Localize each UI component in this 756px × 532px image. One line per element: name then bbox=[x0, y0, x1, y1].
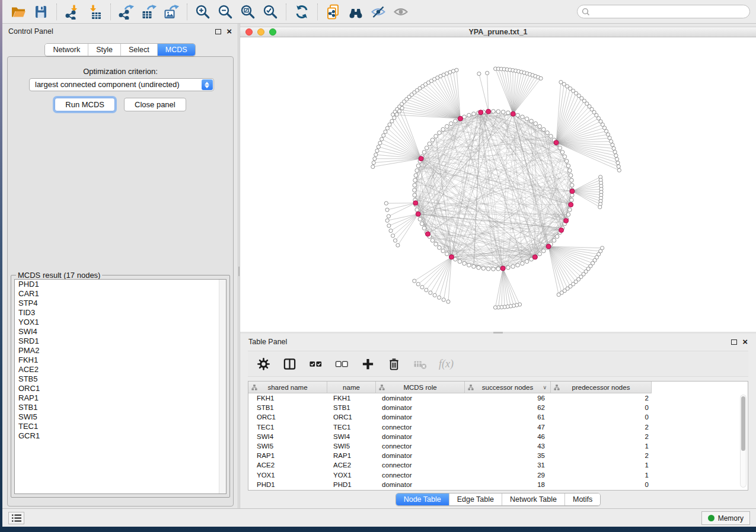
graph-node[interactable] bbox=[458, 259, 462, 264]
search-binoculars-icon[interactable] bbox=[344, 2, 367, 21]
tab-node-table[interactable]: Node Table bbox=[396, 493, 449, 505]
tab-network-table[interactable]: Network Table bbox=[502, 493, 564, 505]
graph-node[interactable] bbox=[438, 131, 442, 135]
table-row[interactable]: PHD1PHD1dominator180 bbox=[248, 480, 748, 489]
graph-leaf-node[interactable] bbox=[606, 133, 610, 136]
graph-leaf-node[interactable] bbox=[425, 288, 428, 291]
column-header-successor-nodes[interactable]: successor nodes∨ bbox=[465, 382, 551, 393]
graph-leaf-node[interactable] bbox=[486, 71, 489, 75]
graph-node[interactable] bbox=[568, 208, 572, 212]
graph-leaf-node[interactable] bbox=[617, 168, 621, 172]
graph-node[interactable] bbox=[506, 265, 511, 270]
graph-node[interactable] bbox=[555, 235, 559, 239]
result-node-item[interactable]: ACE2 bbox=[15, 365, 226, 374]
graph-node[interactable] bbox=[516, 113, 520, 117]
graph-node[interactable] bbox=[415, 208, 419, 212]
graph-node[interactable] bbox=[477, 265, 481, 270]
graph-leaf-node[interactable] bbox=[539, 76, 543, 80]
graph-node[interactable] bbox=[454, 119, 458, 123]
task-history-button[interactable] bbox=[8, 512, 24, 524]
scrollbar-thumb[interactable] bbox=[741, 396, 745, 451]
graph-leaf-node[interactable] bbox=[611, 143, 614, 146]
graph-node[interactable] bbox=[434, 242, 438, 246]
float-panel-icon[interactable] bbox=[215, 29, 221, 34]
graph-leaf-node[interactable] bbox=[387, 224, 391, 227]
zoom-in-icon[interactable] bbox=[192, 2, 214, 21]
show-columns-icon[interactable] bbox=[282, 357, 296, 371]
graph-node[interactable] bbox=[416, 164, 420, 168]
table-row[interactable]: FKH1FKH1dominator962 bbox=[248, 393, 748, 403]
result-node-item[interactable]: FKH1 bbox=[15, 355, 226, 365]
graph-leaf-node[interactable] bbox=[598, 205, 602, 209]
graph-leaf-node[interactable] bbox=[557, 293, 560, 296]
graph-node[interactable] bbox=[420, 222, 424, 226]
graph-hub-node[interactable] bbox=[564, 219, 569, 223]
graph-hub-node[interactable] bbox=[416, 211, 420, 216]
graph-node[interactable] bbox=[413, 183, 417, 187]
result-node-item[interactable]: PMA2 bbox=[15, 346, 226, 355]
zoom-selected-icon[interactable] bbox=[259, 2, 282, 21]
graph-leaf-node[interactable] bbox=[615, 158, 618, 161]
close-panel-icon[interactable]: × bbox=[742, 339, 748, 345]
graph-node[interactable] bbox=[563, 155, 567, 159]
graph-leaf-node[interactable] bbox=[429, 291, 432, 294]
graph-hub-node[interactable] bbox=[559, 228, 564, 233]
graph-hub-node[interactable] bbox=[500, 266, 505, 271]
result-node-item[interactable]: STP4 bbox=[15, 299, 226, 308]
graph-hub-node[interactable] bbox=[532, 255, 537, 259]
graph-leaf-node[interactable] bbox=[446, 300, 450, 303]
graph-node[interactable] bbox=[538, 252, 542, 256]
graph-hub-node[interactable] bbox=[413, 201, 418, 206]
graph-leaf-node[interactable] bbox=[390, 119, 394, 123]
graph-node[interactable] bbox=[418, 217, 422, 222]
graph-node[interactable] bbox=[534, 121, 538, 126]
graph-leaf-node[interactable] bbox=[413, 279, 416, 283]
graph-node[interactable] bbox=[566, 213, 570, 217]
graph-leaf-node[interactable] bbox=[388, 123, 391, 126]
graph-node[interactable] bbox=[481, 267, 486, 271]
graph-leaf-node[interactable] bbox=[384, 201, 388, 205]
graph-leaf-node[interactable] bbox=[617, 165, 620, 168]
delete-column-trash-icon[interactable] bbox=[387, 357, 401, 371]
close-panel-icon[interactable]: × bbox=[227, 28, 232, 34]
graph-node[interactable] bbox=[568, 169, 572, 173]
select-all-icon[interactable] bbox=[308, 357, 323, 371]
graph-node[interactable] bbox=[538, 124, 542, 129]
graph-node[interactable] bbox=[430, 238, 435, 242]
table-row[interactable]: SWI4SWI4dominator462 bbox=[248, 432, 748, 441]
graph-leaf-node[interactable] bbox=[608, 136, 611, 140]
graph-node[interactable] bbox=[570, 178, 574, 182]
graph-node[interactable] bbox=[415, 169, 419, 173]
column-header-mcds-role[interactable]: MCDS role bbox=[376, 382, 465, 393]
graph-node[interactable] bbox=[492, 267, 496, 271]
result-node-item[interactable]: PHD1 bbox=[15, 280, 226, 289]
graph-hub-node[interactable] bbox=[479, 110, 483, 115]
import-table-icon[interactable] bbox=[84, 2, 106, 21]
table-row[interactable]: RAP1RAP1dominator352 bbox=[248, 451, 748, 460]
graph-leaf-node[interactable] bbox=[371, 165, 375, 168]
result-node-item[interactable]: RAP1 bbox=[15, 393, 226, 403]
graph-hub-node[interactable] bbox=[569, 202, 573, 207]
graph-leaf-node[interactable] bbox=[382, 134, 385, 137]
criterion-dropdown[interactable]: largest connected component (undirected) bbox=[29, 78, 214, 91]
graph-leaf-node[interactable] bbox=[477, 72, 481, 75]
graph-leaf-node[interactable] bbox=[378, 141, 382, 145]
graph-node[interactable] bbox=[552, 238, 556, 242]
tab-select[interactable]: Select bbox=[120, 44, 157, 56]
graph-leaf-node[interactable] bbox=[610, 140, 613, 143]
graph-leaf-node[interactable] bbox=[442, 298, 445, 302]
graph-leaf-node[interactable] bbox=[612, 146, 615, 150]
graph-node[interactable] bbox=[422, 226, 426, 230]
graph-leaf-node[interactable] bbox=[377, 145, 380, 149]
graph-hub-node[interactable] bbox=[425, 232, 430, 236]
graph-leaf-node[interactable] bbox=[395, 113, 398, 116]
graph-node[interactable] bbox=[525, 117, 529, 121]
graph-node[interactable] bbox=[521, 115, 525, 119]
float-panel-icon[interactable] bbox=[731, 339, 737, 345]
graph-leaf-node[interactable] bbox=[613, 150, 617, 153]
graph-leaf-node[interactable] bbox=[375, 149, 379, 152]
graph-node[interactable] bbox=[501, 110, 505, 114]
result-node-item[interactable]: GCR1 bbox=[15, 431, 226, 441]
import-network-icon[interactable] bbox=[61, 2, 84, 21]
add-column-icon[interactable] bbox=[361, 357, 375, 371]
